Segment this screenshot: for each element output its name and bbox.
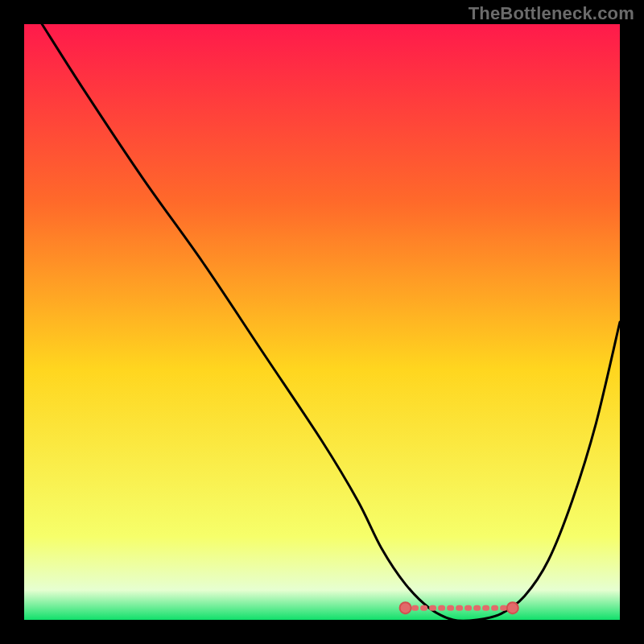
bottleneck-chart	[0, 0, 644, 644]
flat-region-marker-right	[507, 602, 518, 613]
watermark-text: TheBottleneck.com	[469, 3, 634, 24]
flat-region-marker-left	[400, 602, 411, 613]
gradient-background	[24, 24, 620, 620]
chart-frame: TheBottleneck.com	[0, 0, 644, 644]
